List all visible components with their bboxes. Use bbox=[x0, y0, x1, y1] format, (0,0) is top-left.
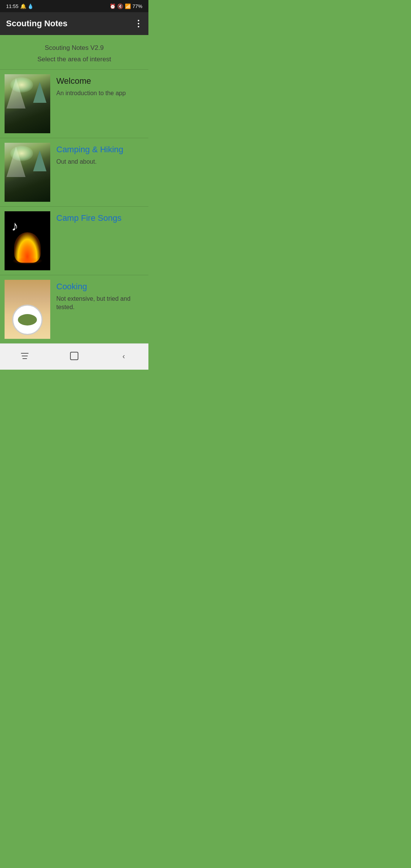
welcome-subtitle: An introduction to the app bbox=[56, 89, 144, 97]
status-bar: 11:55 🔔 💧 ⏰ 🔇 📶 77% bbox=[0, 0, 148, 12]
fire-base bbox=[12, 257, 43, 265]
camping-image bbox=[5, 143, 50, 202]
time: 11:55 bbox=[6, 3, 19, 9]
plate-visual bbox=[12, 305, 43, 335]
camping-title: Camping & Hiking bbox=[56, 144, 144, 155]
back-button[interactable]: ‹ bbox=[112, 348, 135, 364]
main-content: Scouting Notes V2.9 Select the area of i… bbox=[0, 35, 148, 343]
list-item-camping[interactable]: Camping & Hiking Out and about. bbox=[0, 138, 148, 206]
campfire-content: Camp Fire Songs bbox=[56, 211, 144, 226]
home-button[interactable] bbox=[63, 348, 86, 364]
notification-icons: 🔔 💧 bbox=[20, 3, 34, 9]
battery-text: 77% bbox=[132, 3, 142, 9]
app-version: Scouting Notes V2.9 bbox=[6, 44, 142, 52]
light-glow bbox=[10, 77, 33, 93]
list-item-welcome[interactable]: Welcome An introduction to the app bbox=[0, 69, 148, 138]
list-item-cooking[interactable]: Cooking Not extensive, but tried and tes… bbox=[0, 275, 148, 343]
app-bar: Scouting Notes bbox=[0, 12, 148, 35]
cooking-content: Cooking Not extensive, but tried and tes… bbox=[56, 280, 144, 311]
status-right: ⏰ 🔇 📶 77% bbox=[110, 3, 142, 9]
silent-icon: 🔇 bbox=[117, 3, 123, 9]
header-section: Scouting Notes V2.9 Select the area of i… bbox=[0, 35, 148, 69]
cooking-scene bbox=[5, 280, 50, 339]
list-item-campfire[interactable]: ♪ Camp Fire Songs bbox=[0, 206, 148, 275]
campfire-image: ♪ bbox=[5, 211, 50, 270]
nav-bar: ‹ bbox=[0, 343, 148, 370]
welcome-image bbox=[5, 74, 50, 133]
select-subtitle: Select the area of interest bbox=[6, 56, 142, 63]
welcome-title: Welcome bbox=[56, 76, 144, 87]
welcome-content: Welcome An introduction to the app bbox=[56, 74, 144, 97]
cooking-subtitle: Not extensive, but tried and tested. bbox=[56, 295, 144, 312]
app-title: Scouting Notes bbox=[6, 19, 67, 29]
recents-icon bbox=[21, 353, 29, 359]
status-left: 11:55 🔔 💧 bbox=[6, 3, 33, 9]
back-icon: ‹ bbox=[123, 352, 125, 361]
alarm-icon: ⏰ bbox=[110, 3, 116, 9]
music-note-icon: ♪ bbox=[11, 218, 18, 234]
camping-subtitle: Out and about. bbox=[56, 158, 144, 166]
camping-scene-2 bbox=[5, 143, 50, 202]
more-menu-button[interactable] bbox=[135, 17, 142, 30]
camping-scene-1 bbox=[5, 74, 50, 133]
campfire-scene: ♪ bbox=[5, 211, 50, 270]
camping-content: Camping & Hiking Out and about. bbox=[56, 143, 144, 166]
cooking-image bbox=[5, 280, 50, 339]
cooking-title: Cooking bbox=[56, 281, 144, 292]
wifi-icon: 📶 bbox=[125, 3, 131, 9]
home-icon bbox=[70, 352, 78, 360]
recents-button[interactable] bbox=[13, 348, 36, 364]
campfire-title: Camp Fire Songs bbox=[56, 213, 144, 224]
light-glow-2 bbox=[10, 146, 33, 161]
